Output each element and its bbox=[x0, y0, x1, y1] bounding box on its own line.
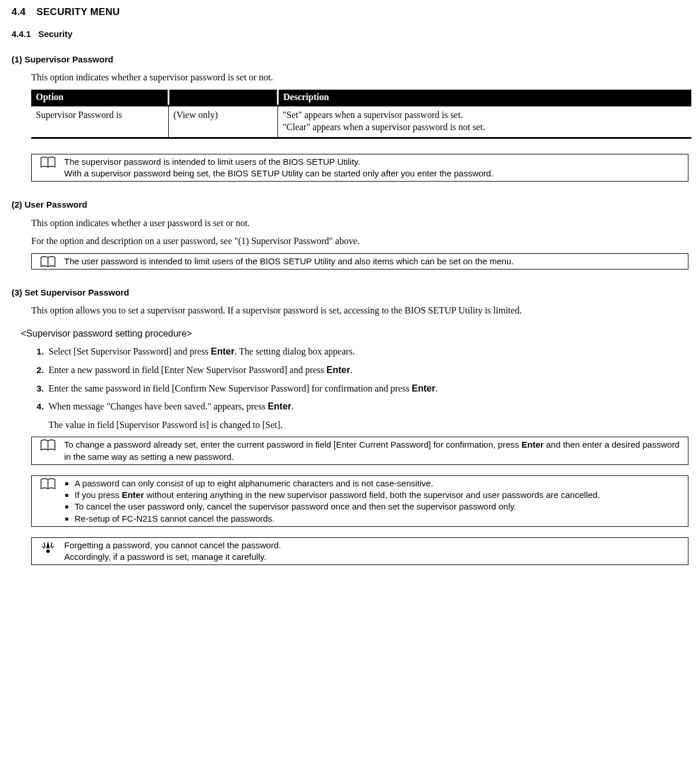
procedure-step-4: When message "Changes have been saved." … bbox=[46, 400, 688, 431]
key-enter: Enter bbox=[412, 383, 435, 393]
note-text: The supervisor password is intended to l… bbox=[64, 154, 688, 182]
warning-line-1: Forgetting a password, you cannot cancel… bbox=[64, 540, 281, 550]
book-icon bbox=[32, 254, 64, 269]
procedure-title: <Supervisor password setting procedure> bbox=[21, 327, 688, 340]
option-table: Option Description Supervisor Password i… bbox=[31, 90, 691, 139]
note-line-2: With a supervisor password being set, th… bbox=[64, 168, 494, 178]
heading-text: Security bbox=[38, 29, 72, 39]
procedure-step-1: Select [Set Supervisor Password] and pre… bbox=[46, 345, 688, 358]
warning-icon bbox=[32, 538, 64, 565]
heading-set-supervisor-password: (3) Set Supervisor Password bbox=[12, 287, 688, 298]
key-enter: Enter bbox=[122, 490, 144, 500]
procedure-step-2: Enter a new password in field [Enter New… bbox=[46, 364, 688, 377]
procedure-step-3: Enter the same password in field [Confir… bbox=[46, 382, 688, 395]
note-text: To change a password already set, enter … bbox=[64, 437, 688, 464]
key-enter: Enter bbox=[211, 346, 235, 356]
note-bullet: If you press Enter without entering anyt… bbox=[75, 489, 684, 501]
book-icon bbox=[32, 154, 64, 182]
heading-number: 4.4.1 bbox=[12, 28, 36, 40]
heading-number: 4.4 bbox=[12, 6, 34, 19]
note-line-1: The supervisor password is intended to l… bbox=[64, 157, 360, 167]
heading-text: SECURITY MENU bbox=[36, 6, 120, 17]
note-bullet: Re-setup of FC-N21S cannot cancel the pa… bbox=[75, 513, 684, 525]
heading-supervisor-password: (1) Supervisor Password bbox=[12, 54, 688, 65]
step-extra-text: The value in field [Supervisor Password … bbox=[49, 419, 688, 431]
note-text: Forgetting a password, you cannot cancel… bbox=[64, 538, 688, 565]
warning-box: Forgetting a password, you cannot cancel… bbox=[31, 537, 688, 566]
heading-security-menu: 4.4 SECURITY MENU bbox=[12, 6, 688, 19]
heading-user-password: (2) User Password bbox=[12, 199, 688, 211]
paragraph: For the option and description on a user… bbox=[31, 235, 688, 248]
desc-line-1: "Set" appears when a supervisor password… bbox=[283, 109, 687, 121]
note-box: The user password is intended to limit u… bbox=[31, 253, 688, 270]
note-box: To change a password already set, enter … bbox=[31, 437, 688, 465]
book-icon bbox=[32, 437, 64, 464]
desc-line-2: "Clear" appears when a supervisor passwo… bbox=[283, 121, 687, 134]
book-icon bbox=[32, 476, 64, 526]
paragraph: This option indicates whether a user pas… bbox=[31, 217, 688, 230]
paragraph: This option allows you to set a supervis… bbox=[31, 304, 688, 317]
table-header-option: Option bbox=[31, 90, 169, 105]
table-header-description: Description bbox=[278, 90, 692, 105]
table-cell-description: "Set" appears when a supervisor password… bbox=[278, 105, 692, 138]
note-box: A password can only consist of up to eig… bbox=[31, 475, 688, 527]
key-enter: Enter bbox=[521, 440, 543, 449]
table-cell-option: Supervisor Password is bbox=[31, 105, 169, 138]
key-enter: Enter bbox=[327, 365, 350, 375]
key-enter: Enter bbox=[268, 401, 291, 411]
note-box: The supervisor password is intended to l… bbox=[31, 154, 688, 182]
note-bullet: To cancel the user password only, cancel… bbox=[75, 501, 684, 512]
table-header-blank bbox=[169, 90, 278, 105]
procedure-list: Select [Set Supervisor Password] and pre… bbox=[30, 345, 688, 431]
table-cell-value: (View only) bbox=[169, 105, 278, 138]
warning-line-2: Accordingly, if a password is set, manag… bbox=[64, 552, 266, 562]
paragraph: This option indicates whether a supervis… bbox=[31, 71, 688, 84]
heading-security: 4.4.1 Security bbox=[12, 28, 688, 40]
note-bullet: A password can only consist of up to eig… bbox=[75, 478, 684, 489]
table-row: Supervisor Password is (View only) "Set"… bbox=[31, 105, 691, 138]
note-text: A password can only consist of up to eig… bbox=[64, 476, 688, 526]
note-text: The user password is intended to limit u… bbox=[64, 254, 688, 269]
svg-point-0 bbox=[46, 549, 50, 553]
